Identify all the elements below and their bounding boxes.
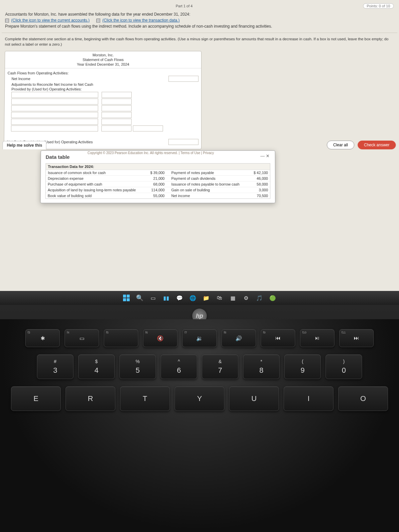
trans-label: Acquisition of land by issuing long-term… <box>46 187 143 193</box>
key-f3: f3✱ <box>25 329 60 347</box>
chrome-icon[interactable]: 🟢 <box>268 294 277 302</box>
key-Y: Y <box>175 386 224 411</box>
clear-all-button[interactable]: Clear all <box>327 141 354 149</box>
trans-label: Issuance of common stock for cash <box>46 170 143 175</box>
trans-value: 114,000 <box>143 187 167 193</box>
adj-dropdown-4[interactable] <box>11 112 98 118</box>
key-f5: f5 <box>104 329 138 347</box>
trans-label: Gain on sale of building <box>167 187 246 193</box>
trans-label: Payment of notes payable <box>167 170 246 175</box>
trans-value: 3,000 <box>246 187 270 193</box>
windows-taskbar: 🔍 ▭ ▮▮ 💬 🌐 📁 🛍 ▦ ⚙ 🎵 🟢 <box>0 291 399 305</box>
key-9: (9 <box>284 354 321 379</box>
points-badge: Points: 0 of 10 <box>363 3 394 9</box>
adj-amount-2[interactable] <box>101 99 132 105</box>
key-8: *8 <box>243 354 280 379</box>
scf-section-operating: Cash Flows from Operating Activities: <box>8 71 199 75</box>
key-O: O <box>338 386 388 411</box>
app-icon[interactable]: ▦ <box>228 294 237 302</box>
trans-label: Book value of building sold <box>46 193 143 199</box>
key-U: U <box>229 386 279 411</box>
key-7: &7 <box>202 354 238 379</box>
trans-value: 58,000 <box>246 182 270 187</box>
input-net-income[interactable] <box>169 76 199 82</box>
trans-label: Purchase of equipment with cash <box>46 182 143 187</box>
trans-value: $ 42,100 <box>246 170 270 175</box>
adj-subtotal[interactable] <box>133 125 163 131</box>
scf-period: Year Ended December 31, 2024 <box>5 62 201 67</box>
key-f9: f9⏮ <box>261 329 295 347</box>
trans-label: Net income <box>167 193 246 199</box>
search-icon[interactable]: 🔍 <box>135 294 144 302</box>
adj-amount-5[interactable] <box>101 119 132 125</box>
key-f10: f10⏯ <box>300 329 334 347</box>
trans-value: 46,000 <box>246 176 270 181</box>
problem-intro: Accountants for Morston, Inc. have assem… <box>2 9 397 31</box>
grid-icon[interactable] <box>96 19 100 23</box>
key-f6: f6🔇 <box>143 329 178 347</box>
key-4: $4 <box>78 354 115 379</box>
key-3: #3 <box>37 354 73 379</box>
copyright-text: Copyright © 2023 Pearson Education Inc. … <box>87 151 214 155</box>
adj-amount-4[interactable] <box>101 112 132 118</box>
adj-amount-3[interactable] <box>101 105 132 111</box>
key-f11: f11⏭ <box>339 329 374 347</box>
instructions: Complete the statement one section at a … <box>1 35 397 50</box>
trans-value: $ 39,000 <box>143 170 167 175</box>
key-R: R <box>66 386 115 411</box>
intro-line-1: Accountants for Morston, Inc. have assem… <box>5 11 394 17</box>
label-provided-by: Provided by (Used for) Operating Activit… <box>11 87 199 91</box>
check-answer-button[interactable]: Check answer <box>357 141 396 149</box>
trans-label: Depreciation expense <box>46 176 143 181</box>
label-net-income: Net Income <box>12 77 167 81</box>
input-net-cash-operating[interactable] <box>168 139 199 145</box>
start-icon[interactable] <box>122 294 131 302</box>
adj-dropdown-2[interactable] <box>11 99 98 105</box>
chat-icon[interactable]: 💬 <box>175 294 184 302</box>
key-0: )0 <box>326 354 362 379</box>
music-icon[interactable]: 🎵 <box>255 294 264 302</box>
trans-value: 55,000 <box>143 193 167 199</box>
adj-dropdown-6[interactable] <box>11 125 98 131</box>
adj-amount-1[interactable] <box>101 92 132 98</box>
adj-dropdown-5[interactable] <box>11 119 98 125</box>
key-5: %5 <box>119 354 156 379</box>
edge-icon[interactable]: 🌐 <box>189 294 197 302</box>
transactions-header: Transaction Data for 2024: <box>46 164 270 170</box>
key-6: ^6 <box>161 354 197 379</box>
adj-dropdown-1[interactable] <box>11 92 98 98</box>
trans-value: 68,000 <box>143 182 167 187</box>
key-I: I <box>284 386 333 411</box>
link-current-accounts[interactable]: (Click the icon to view the current acco… <box>11 18 90 23</box>
laptop-keyboard: f3✱f4▭f5f6🔇f7🔉f8🔊f9⏮f10⏯f11⏭ #3$4%5^6&7*… <box>0 319 399 532</box>
trans-label: Issuance of notes payable to borrow cash <box>167 182 246 187</box>
store-icon[interactable]: 🛍 <box>215 294 224 302</box>
scf-title: Statement of Cash Flows <box>5 58 201 62</box>
key-T: T <box>120 386 170 411</box>
popup-trans-title: Data table <box>46 154 270 160</box>
grid-icon[interactable] <box>5 19 9 23</box>
cash-flow-panel: Morston, Inc. Statement of Cash Flows Ye… <box>4 51 201 150</box>
trans-label: Payment of cash dividends <box>167 176 246 181</box>
key-f4: f4▭ <box>65 329 99 347</box>
adj-amount-6[interactable] <box>101 125 132 131</box>
key-E: E <box>11 386 61 411</box>
scf-company: Morston, Inc. <box>5 53 201 58</box>
adj-dropdown-3[interactable] <box>11 105 98 111</box>
trans-value: 70,500 <box>246 193 270 199</box>
settings-icon[interactable]: ⚙ <box>242 294 250 302</box>
label-adjustments: Adjustments to Reconcile Net Income to N… <box>11 82 199 86</box>
key-f8: f8🔊 <box>221 329 256 347</box>
explorer-icon[interactable]: 📁 <box>202 294 210 302</box>
part-indicator: Part 1 of 4 <box>176 4 193 8</box>
task-view-icon[interactable]: ▭ <box>149 294 157 302</box>
link-transaction-data[interactable]: (Click the icon to view the transaction … <box>102 18 180 23</box>
close-icon[interactable]: — ✕ <box>258 153 272 159</box>
trans-value: 21,000 <box>143 176 167 181</box>
popup-transaction-data: — ✕ Data table Transaction Data for 2024… <box>40 150 275 203</box>
help-me-solve-button[interactable]: Help me solve this <box>2 141 47 149</box>
intro-line-2: Prepare Morston's statement of cash flow… <box>5 23 394 29</box>
key-f7: f7🔉 <box>182 329 217 347</box>
widgets-icon[interactable]: ▮▮ <box>162 294 171 302</box>
